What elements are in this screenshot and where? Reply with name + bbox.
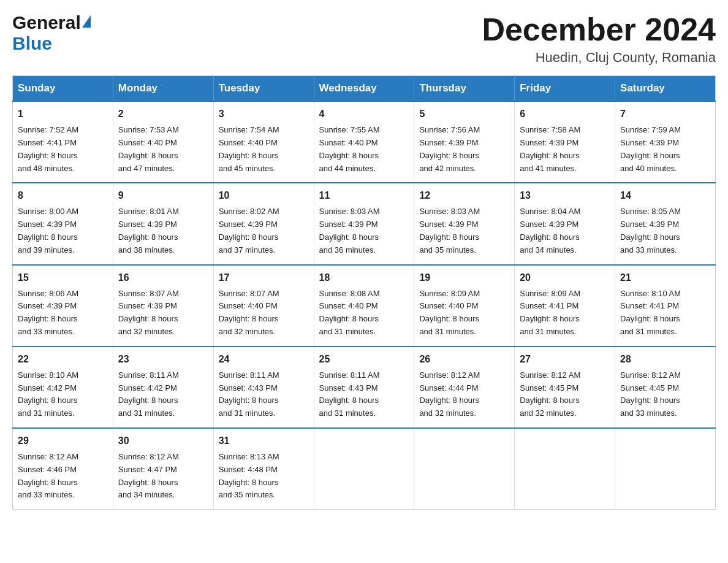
day-info: Sunrise: 7:53 AM Sunset: 4:40 PM Dayligh… <box>118 125 179 172</box>
day-info: Sunrise: 7:52 AM Sunset: 4:41 PM Dayligh… <box>18 125 78 172</box>
logo: General Blue <box>12 12 91 54</box>
day-number: 3 <box>219 107 309 121</box>
day-info: Sunrise: 8:11 AM Sunset: 4:42 PM Dayligh… <box>118 370 179 418</box>
day-info: Sunrise: 8:12 AM Sunset: 4:45 PM Dayligh… <box>620 370 681 418</box>
logo-general: General <box>12 12 81 33</box>
day-number: 22 <box>18 352 108 367</box>
calendar-cell <box>615 428 716 510</box>
col-header-friday: Friday <box>515 76 615 102</box>
day-number: 23 <box>118 352 208 367</box>
calendar-cell: 20 Sunrise: 8:09 AM Sunset: 4:41 PM Dayl… <box>515 265 615 347</box>
day-number: 15 <box>18 270 108 285</box>
page-header: General Blue December 2024 Huedin, Cluj … <box>12 12 716 66</box>
calendar-cell: 2 Sunrise: 7:53 AM Sunset: 4:40 PM Dayli… <box>113 101 213 183</box>
day-number: 31 <box>219 434 309 448</box>
day-number: 29 <box>18 434 108 448</box>
day-number: 30 <box>118 434 208 448</box>
header-row: SundayMondayTuesdayWednesdayThursdayFrid… <box>13 76 716 102</box>
calendar-cell: 12 Sunrise: 8:03 AM Sunset: 4:39 PM Dayl… <box>414 183 515 264</box>
calendar-cell: 3 Sunrise: 7:54 AM Sunset: 4:40 PM Dayli… <box>213 101 314 183</box>
calendar-week-5: 29 Sunrise: 8:12 AM Sunset: 4:46 PM Dayl… <box>13 428 716 510</box>
calendar-cell: 10 Sunrise: 8:02 AM Sunset: 4:39 PM Dayl… <box>213 183 314 264</box>
day-number: 21 <box>620 270 710 285</box>
day-number: 24 <box>219 352 309 367</box>
calendar-cell: 7 Sunrise: 7:59 AM Sunset: 4:39 PM Dayli… <box>615 101 716 183</box>
calendar-week-1: 1 Sunrise: 7:52 AM Sunset: 4:41 PM Dayli… <box>13 101 716 183</box>
calendar-header: SundayMondayTuesdayWednesdayThursdayFrid… <box>13 76 716 102</box>
calendar-cell: 23 Sunrise: 8:11 AM Sunset: 4:42 PM Dayl… <box>113 347 213 428</box>
day-info: Sunrise: 8:02 AM Sunset: 4:39 PM Dayligh… <box>219 207 279 254</box>
day-info: Sunrise: 7:58 AM Sunset: 4:39 PM Dayligh… <box>520 125 580 172</box>
day-number: 10 <box>219 188 309 203</box>
day-info: Sunrise: 8:09 AM Sunset: 4:40 PM Dayligh… <box>419 289 480 336</box>
calendar-week-3: 15 Sunrise: 8:06 AM Sunset: 4:39 PM Dayl… <box>13 265 716 347</box>
calendar-cell: 16 Sunrise: 8:07 AM Sunset: 4:39 PM Dayl… <box>113 265 213 347</box>
calendar-cell: 29 Sunrise: 8:12 AM Sunset: 4:46 PM Dayl… <box>13 428 113 510</box>
calendar-table: SundayMondayTuesdayWednesdayThursdayFrid… <box>12 75 716 510</box>
day-info: Sunrise: 7:54 AM Sunset: 4:40 PM Dayligh… <box>219 125 279 172</box>
calendar-cell: 28 Sunrise: 8:12 AM Sunset: 4:45 PM Dayl… <box>615 347 716 428</box>
calendar-body: 1 Sunrise: 7:52 AM Sunset: 4:41 PM Dayli… <box>13 101 716 509</box>
day-number: 28 <box>620 352 710 367</box>
calendar-cell: 15 Sunrise: 8:06 AM Sunset: 4:39 PM Dayl… <box>13 265 113 347</box>
day-info: Sunrise: 8:04 AM Sunset: 4:39 PM Dayligh… <box>520 207 580 254</box>
day-info: Sunrise: 8:05 AM Sunset: 4:39 PM Dayligh… <box>620 207 681 254</box>
day-number: 13 <box>520 188 610 203</box>
day-info: Sunrise: 8:12 AM Sunset: 4:45 PM Dayligh… <box>520 370 580 418</box>
day-number: 25 <box>319 352 409 367</box>
day-number: 4 <box>319 107 409 121</box>
day-info: Sunrise: 8:12 AM Sunset: 4:46 PM Dayligh… <box>18 452 78 499</box>
month-year: December 2024 <box>482 12 716 47</box>
calendar-cell: 24 Sunrise: 8:11 AM Sunset: 4:43 PM Dayl… <box>213 347 314 428</box>
calendar-cell: 14 Sunrise: 8:05 AM Sunset: 4:39 PM Dayl… <box>615 183 716 264</box>
day-info: Sunrise: 7:56 AM Sunset: 4:39 PM Dayligh… <box>419 125 480 172</box>
calendar-cell: 19 Sunrise: 8:09 AM Sunset: 4:40 PM Dayl… <box>414 265 515 347</box>
day-number: 7 <box>620 107 710 121</box>
day-number: 16 <box>118 270 208 285</box>
col-header-saturday: Saturday <box>615 76 716 102</box>
calendar-week-4: 22 Sunrise: 8:10 AM Sunset: 4:42 PM Dayl… <box>13 347 716 428</box>
col-header-wednesday: Wednesday <box>314 76 414 102</box>
calendar-cell: 30 Sunrise: 8:12 AM Sunset: 4:47 PM Dayl… <box>113 428 213 510</box>
day-number: 27 <box>520 352 610 367</box>
day-number: 2 <box>118 107 208 121</box>
location: Huedin, Cluj County, Romania <box>482 50 716 66</box>
calendar-cell: 11 Sunrise: 8:03 AM Sunset: 4:39 PM Dayl… <box>314 183 414 264</box>
day-number: 26 <box>419 352 509 367</box>
day-info: Sunrise: 8:11 AM Sunset: 4:43 PM Dayligh… <box>319 370 380 418</box>
title-block: December 2024 Huedin, Cluj County, Roman… <box>482 12 716 66</box>
day-info: Sunrise: 7:59 AM Sunset: 4:39 PM Dayligh… <box>620 125 681 172</box>
day-info: Sunrise: 7:55 AM Sunset: 4:40 PM Dayligh… <box>319 125 380 172</box>
calendar-cell: 1 Sunrise: 7:52 AM Sunset: 4:41 PM Dayli… <box>13 101 113 183</box>
calendar-cell: 5 Sunrise: 7:56 AM Sunset: 4:39 PM Dayli… <box>414 101 515 183</box>
day-number: 14 <box>620 188 710 203</box>
calendar-cell: 21 Sunrise: 8:10 AM Sunset: 4:41 PM Dayl… <box>615 265 716 347</box>
day-number: 17 <box>219 270 309 285</box>
day-info: Sunrise: 8:01 AM Sunset: 4:39 PM Dayligh… <box>118 207 179 254</box>
day-info: Sunrise: 8:06 AM Sunset: 4:39 PM Dayligh… <box>18 289 78 336</box>
day-number: 19 <box>419 270 509 285</box>
day-info: Sunrise: 8:12 AM Sunset: 4:44 PM Dayligh… <box>419 370 480 418</box>
calendar-cell: 8 Sunrise: 8:00 AM Sunset: 4:39 PM Dayli… <box>13 183 113 264</box>
calendar-week-2: 8 Sunrise: 8:00 AM Sunset: 4:39 PM Dayli… <box>13 183 716 264</box>
day-number: 9 <box>118 188 208 203</box>
calendar-cell: 13 Sunrise: 8:04 AM Sunset: 4:39 PM Dayl… <box>515 183 615 264</box>
day-info: Sunrise: 8:13 AM Sunset: 4:48 PM Dayligh… <box>219 452 279 499</box>
col-header-thursday: Thursday <box>414 76 515 102</box>
day-number: 1 <box>18 107 108 121</box>
calendar-cell: 31 Sunrise: 8:13 AM Sunset: 4:48 PM Dayl… <box>213 428 314 510</box>
logo-arrow-icon <box>82 15 91 28</box>
day-number: 18 <box>319 270 409 285</box>
day-number: 6 <box>520 107 610 121</box>
calendar-cell: 9 Sunrise: 8:01 AM Sunset: 4:39 PM Dayli… <box>113 183 213 264</box>
col-header-tuesday: Tuesday <box>213 76 314 102</box>
calendar-cell: 27 Sunrise: 8:12 AM Sunset: 4:45 PM Dayl… <box>515 347 615 428</box>
day-number: 12 <box>419 188 509 203</box>
calendar-cell: 4 Sunrise: 7:55 AM Sunset: 4:40 PM Dayli… <box>314 101 414 183</box>
day-info: Sunrise: 8:09 AM Sunset: 4:41 PM Dayligh… <box>520 289 580 336</box>
day-info: Sunrise: 8:03 AM Sunset: 4:39 PM Dayligh… <box>419 207 480 254</box>
calendar-cell: 22 Sunrise: 8:10 AM Sunset: 4:42 PM Dayl… <box>13 347 113 428</box>
day-number: 20 <box>520 270 610 285</box>
day-info: Sunrise: 8:12 AM Sunset: 4:47 PM Dayligh… <box>118 452 179 499</box>
logo-blue: Blue <box>12 33 52 53</box>
